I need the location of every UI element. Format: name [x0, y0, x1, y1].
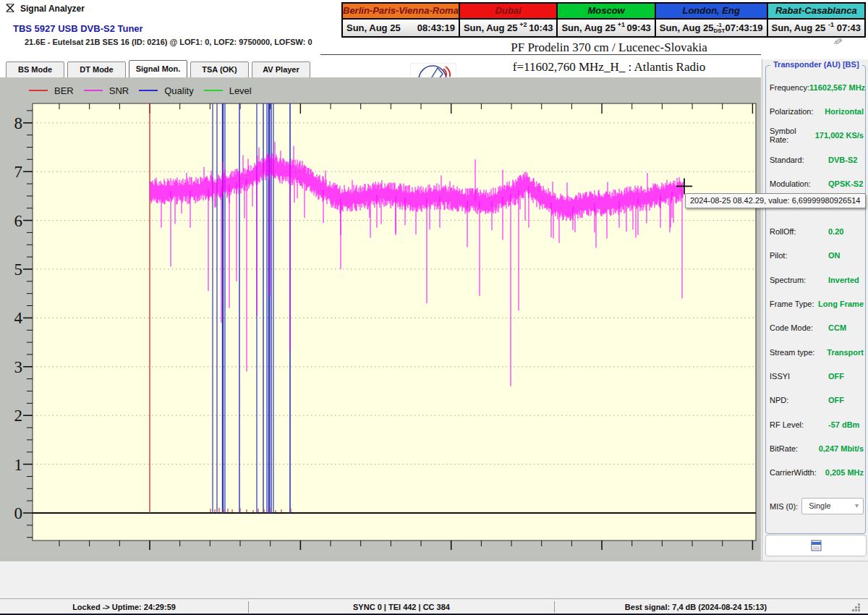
- field-value: Inverted: [828, 276, 859, 284]
- field-pilot: Pilot:ON: [770, 244, 864, 268]
- field-value: QPSK-S2: [828, 179, 863, 188]
- site-header: PF Prodelin 370 cm / Lucenec-Slovakia: [457, 41, 761, 55]
- clock-moscow: MoscowSun, Aug 25+109:43: [556, 2, 655, 38]
- tab-dt-mode[interactable]: DT Mode: [67, 62, 126, 78]
- field-value: ON: [828, 251, 841, 260]
- field-label: RF Level:: [770, 420, 828, 429]
- field-label: CarrierWidth:: [770, 468, 825, 477]
- mis-row: MIS (0): Single ▾: [770, 498, 864, 514]
- field-value: 11602,567 MHz: [809, 83, 865, 92]
- field-standard: Standard:DVB-S2: [770, 148, 864, 171]
- clock-time: 10:43: [529, 22, 556, 33]
- field-npd: NPD:OFF: [770, 389, 864, 412]
- clock-london-eng: London, EngSun, Aug 25-1DST07:43:19: [655, 2, 768, 38]
- svg-text:2: 2: [14, 407, 23, 425]
- field-value: 171,002 KS/s: [815, 131, 864, 140]
- field-label: Code Mode:: [770, 323, 828, 332]
- transponder-list-button[interactable]: [765, 535, 867, 556]
- level-swatch-icon: [204, 90, 223, 91]
- svg-text:1: 1: [14, 456, 23, 474]
- tuner-title: TBS 5927 USB DVB-S2 Tuner: [13, 23, 143, 34]
- field-label: Stream type:: [770, 348, 827, 357]
- field-value: Long Frame: [818, 300, 864, 308]
- clock-date: Sun, Aug 25: [460, 22, 518, 33]
- legend-label: BER: [54, 85, 74, 96]
- field-carrierwidth: CarrierWidth:0,205 MHz: [770, 460, 864, 484]
- tab-tsa-ok[interactable]: TSA (OK): [190, 62, 249, 78]
- field-value: 0,247 Mbit/s: [819, 444, 864, 453]
- clock-city-label: Moscow: [558, 4, 654, 20]
- window-list-icon: [811, 540, 822, 551]
- field-rolloff: RollOff:0.20: [770, 219, 864, 243]
- field-rf-level: RF Level:-57 dBm: [770, 412, 864, 436]
- clock-time-row: Sun, Aug 25+109:43: [558, 20, 654, 36]
- clock-time: 08:43:19: [417, 22, 459, 33]
- chart-tooltip: 2024-08-25 08.42.29, value: 6,6999998092…: [685, 193, 866, 208]
- svg-text:0: 0: [14, 504, 23, 522]
- clock-dubai: DubaiSun, Aug 25+210:43: [459, 2, 558, 38]
- field-value: 0,205 MHz: [825, 468, 864, 477]
- snr-swatch-icon: [84, 90, 103, 91]
- clock-bar: Berlin-Paris-Vienna-RomaSun, Aug 2508:43…: [341, 2, 866, 38]
- tuner-subtitle: 21.6E - Eutelsat 21B SES 16 (ID: 0216) @…: [25, 38, 312, 46]
- field-label: RollOff:: [770, 227, 828, 236]
- mis-value: Single: [809, 501, 831, 510]
- clock-rabat-casablanca: Rabat-CasablancaSun, Aug 25-107:43: [767, 2, 866, 38]
- field-issyi: ISSYIOFF: [770, 364, 864, 388]
- field-value: DVB-S2: [828, 156, 857, 164]
- clock-berlin-paris-vienna-roma: Berlin-Paris-Vienna-RomaSun, Aug 2508:43…: [341, 2, 460, 38]
- clock-city-label: Berlin-Paris-Vienna-Roma: [343, 4, 459, 20]
- quality-swatch-icon: [139, 90, 158, 91]
- svg-text:5: 5: [14, 260, 23, 279]
- field-stream-type: Stream type:Transport: [770, 340, 864, 364]
- clock-time: 07:43: [837, 22, 864, 33]
- svg-text:8: 8: [14, 114, 23, 132]
- svg-text:4: 4: [14, 309, 23, 327]
- chevron-down-icon: ▾: [855, 499, 859, 513]
- tab-bs-mode[interactable]: BS Mode: [6, 62, 64, 78]
- field-label: NPD:: [770, 396, 828, 404]
- field-label: Pilot:: [770, 251, 828, 260]
- legend-label: SNR: [109, 85, 129, 96]
- field-bitrate: BitRate:0,247 Mbit/s: [770, 436, 864, 460]
- field-value: OFF: [828, 396, 844, 404]
- clock-date: Sun, Aug 25: [558, 22, 616, 33]
- clock-offset: +1: [616, 21, 627, 28]
- field-label: Polarization:: [770, 107, 825, 116]
- tab-signal-mon[interactable]: Signal Mon.: [129, 60, 187, 79]
- field-label: Symbol Rate:: [770, 127, 815, 144]
- statusbar-sync-counters: SYNC 0 | TEI 442 | CC 384: [249, 603, 554, 611]
- field-modulation: Modulation:QPSK-S2: [770, 171, 864, 195]
- field-label: ISSYI: [770, 372, 828, 381]
- clock-time-row: Sun, Aug 25-107:43: [768, 20, 864, 36]
- tab-av-player[interactable]: AV Player: [252, 62, 310, 78]
- field-label: Frame Type:: [770, 300, 818, 308]
- app-icon: [5, 3, 16, 14]
- clock-date: Sun, Aug 25: [768, 22, 826, 33]
- clock-offset: +2: [518, 21, 529, 28]
- svg-text:3: 3: [14, 358, 23, 376]
- transponder-rows: Frequency:11602,567 MHzPolarization:Hori…: [770, 75, 864, 485]
- resize-grip[interactable]: [858, 603, 860, 606]
- field-value: -57 dBm: [828, 420, 859, 429]
- svg-text:7: 7: [14, 163, 23, 181]
- field-value: Horizontal: [825, 107, 864, 116]
- clock-time-row: Sun, Aug 2508:43:19: [343, 20, 459, 36]
- window-title: Signal Analyzer: [20, 4, 85, 14]
- status-zone: PresentLevel: 33%preBER: <1.0E-7BER: <1.…: [0, 561, 868, 599]
- snr-chart[interactable]: 012345678: [0, 101, 761, 561]
- ber-swatch-icon: [29, 90, 48, 91]
- field-label: BitRate:: [770, 444, 819, 453]
- clock-time-row: Sun, Aug 25+210:43: [460, 20, 556, 36]
- clock-city-label: London, Eng: [656, 4, 767, 20]
- field-value: CCM: [828, 323, 846, 332]
- clock-offset: -1DST: [713, 22, 725, 34]
- chart-legend: BERSNRQualityLevel: [29, 83, 252, 98]
- statusbar-lock-uptime: Locked -> Uptime: 24:29:59: [0, 603, 248, 611]
- field-frame-type: Frame Type:Long Frame: [770, 292, 864, 315]
- field-label: Frequency:: [770, 83, 809, 92]
- mis-select[interactable]: Single ▾: [801, 498, 864, 514]
- field-symbol-rate: Symbol Rate:171,002 KS/s: [770, 124, 864, 148]
- status-bar: Locked -> Uptime: 24:29:59 SYNC 0 | TEI …: [0, 598, 868, 614]
- clock-city-label: Rabat-Casablanca: [768, 4, 864, 20]
